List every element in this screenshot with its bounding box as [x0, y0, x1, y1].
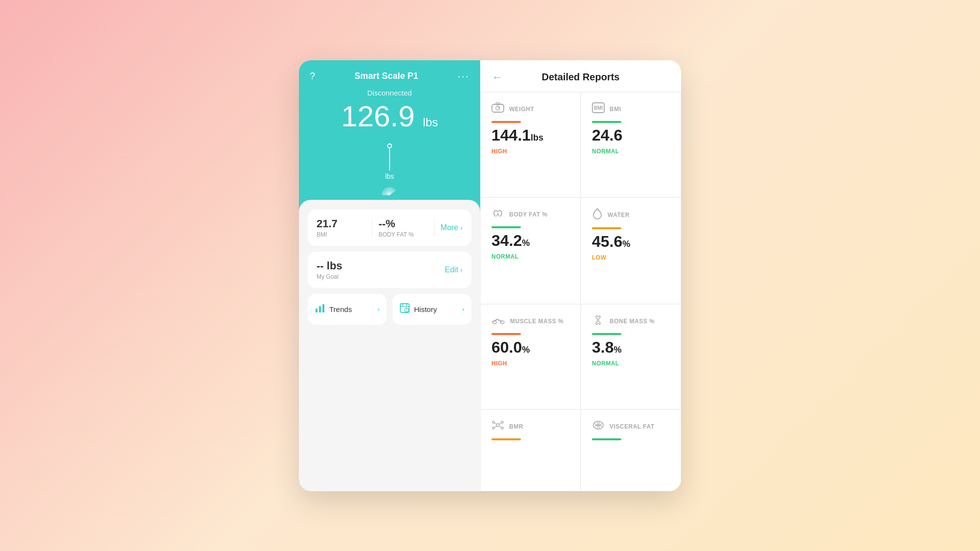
metric-divider-2	[434, 218, 435, 238]
back-button[interactable]: ←	[492, 71, 503, 84]
body-fat-card[interactable]: BODY FAT % 34.2% NORMAL	[480, 197, 581, 304]
muscle-status: HIGH	[491, 360, 569, 367]
body-fat-card-header: BODY FAT %	[491, 208, 569, 221]
bmr-card[interactable]: BMR	[480, 409, 581, 491]
body-fat-report-value: 34.2%	[491, 232, 569, 249]
bottom-area: 21.7 BMI --% BODY FAT % More ›	[299, 200, 480, 491]
visceral-fat-bar	[592, 438, 621, 440]
bmr-card-header: BMR	[491, 420, 569, 433]
body-fat-icon	[491, 208, 504, 221]
metric-divider	[372, 218, 372, 238]
edit-button[interactable]: Edit ›	[445, 265, 463, 274]
weight-bar	[491, 121, 521, 123]
bone-report-value: 3.8%	[592, 339, 670, 356]
water-card[interactable]: WATER 45.6% LOW	[581, 197, 681, 304]
water-bar	[592, 227, 621, 229]
bmr-icon	[491, 420, 504, 433]
muscle-report-value: 60.0%	[491, 339, 569, 356]
weight-card-title: WEIGHT	[509, 106, 534, 113]
visceral-fat-icon	[592, 420, 605, 433]
goal-card: -- lbs My Goal Edit ›	[308, 252, 471, 288]
water-card-title: WATER	[608, 212, 630, 218]
bmi-card[interactable]: BMI BMI 24.6 NORMAL	[581, 92, 681, 198]
goal-info: -- lbs My Goal	[317, 260, 343, 280]
bmi-label: BMI	[317, 231, 366, 238]
bmi-card-title: BMI	[610, 106, 621, 113]
history-icon	[399, 303, 410, 316]
svg-point-34	[492, 427, 494, 429]
bmi-bar	[592, 121, 621, 123]
history-nav-card[interactable]: History ›	[392, 294, 471, 325]
history-label: History	[414, 305, 437, 313]
bmi-icon: BMI	[592, 102, 605, 116]
gauge-unit-label: lbs	[385, 172, 394, 180]
more-options-icon[interactable]: ···	[458, 70, 469, 83]
water-card-header: WATER	[592, 208, 670, 222]
app-title: Smart Scale P1	[354, 71, 418, 81]
bmi-status: NORMAL	[592, 148, 670, 155]
weight-card-header: WEIGHT	[491, 102, 569, 116]
svg-rect-17	[322, 304, 324, 312]
history-chevron-icon: ›	[462, 305, 465, 313]
svg-line-36	[494, 423, 496, 424]
bone-bar	[592, 333, 621, 335]
svg-line-38	[494, 426, 496, 428]
water-icon	[592, 208, 603, 222]
svg-text:BMI: BMI	[594, 105, 603, 111]
detailed-reports-panel: ← Detailed Reports WEIGHT	[480, 60, 681, 491]
goal-value: -- lbs	[317, 260, 343, 272]
report-grid: WEIGHT 144.1lbs HIGH BMI BMI	[480, 92, 681, 491]
trends-nav-card[interactable]: Trends ›	[308, 294, 387, 325]
body-fat-status: NORMAL	[491, 253, 569, 260]
goal-label: My Goal	[317, 273, 343, 280]
weight-status: HIGH	[491, 148, 569, 155]
gauge-needle: lbs	[385, 144, 394, 180]
trends-icon	[315, 303, 325, 316]
svg-rect-16	[319, 306, 321, 312]
body-fat-label: BODY FAT %	[378, 231, 428, 238]
water-status: LOW	[592, 254, 670, 261]
muscle-mass-card[interactable]: MUSCLE MASS % 60.0% HIGH	[480, 304, 581, 410]
bone-mass-card-title: BONE MASS %	[610, 318, 655, 325]
bone-icon	[592, 314, 605, 328]
connection-status: Disconnected	[299, 88, 480, 97]
app-header: ? Smart Scale P1 ···	[299, 60, 480, 88]
weight-card[interactable]: WEIGHT 144.1lbs HIGH	[480, 92, 581, 198]
visceral-fat-card-header: VISCERAL FAT	[592, 420, 670, 433]
body-fat-metric: --% BODY FAT %	[378, 217, 428, 238]
bmr-bar	[491, 438, 521, 440]
trends-label: Trends	[329, 305, 352, 313]
report-header: ← Detailed Reports	[480, 60, 681, 92]
body-fat-card-title: BODY FAT %	[509, 211, 548, 218]
trends-chevron-icon: ›	[377, 305, 380, 313]
weight-report-value: 144.1lbs	[491, 127, 569, 144]
weight-value: 126.9 lbs	[341, 100, 438, 133]
bmi-card-header: BMI BMI	[592, 102, 670, 116]
water-report-value: 45.6%	[592, 233, 670, 250]
report-title: Detailed Reports	[509, 72, 653, 83]
bone-status: NORMAL	[592, 360, 670, 367]
nav-cards: Trends › History	[308, 294, 471, 325]
muscle-icon	[491, 314, 505, 328]
muscle-bar	[491, 333, 521, 335]
weight-icon	[491, 102, 504, 116]
bone-mass-card[interactable]: BONE MASS % 3.8% NORMAL	[581, 304, 681, 410]
svg-point-32	[492, 421, 494, 423]
body-fat-value: --%	[378, 217, 428, 230]
help-icon[interactable]: ?	[310, 71, 315, 82]
svg-point-31	[496, 424, 499, 427]
visceral-fat-card-title: VISCERAL FAT	[610, 423, 655, 430]
visceral-fat-card[interactable]: VISCERAL FAT	[581, 409, 681, 491]
svg-line-39	[499, 426, 501, 428]
bmr-card-title: BMR	[509, 423, 523, 430]
bone-mass-card-header: BONE MASS %	[592, 314, 670, 328]
bmi-report-value: 24.6	[592, 127, 670, 144]
muscle-mass-card-title: MUSCLE MASS %	[510, 318, 564, 325]
bmi-value: 21.7	[317, 217, 366, 230]
more-button[interactable]: More ›	[441, 223, 463, 232]
chevron-right-icon: ›	[460, 224, 463, 232]
muscle-mass-card-header: MUSCLE MASS %	[491, 314, 569, 328]
metrics-card: 21.7 BMI --% BODY FAT % More ›	[308, 210, 471, 246]
svg-line-26	[498, 107, 499, 108]
body-fat-bar	[491, 226, 521, 228]
